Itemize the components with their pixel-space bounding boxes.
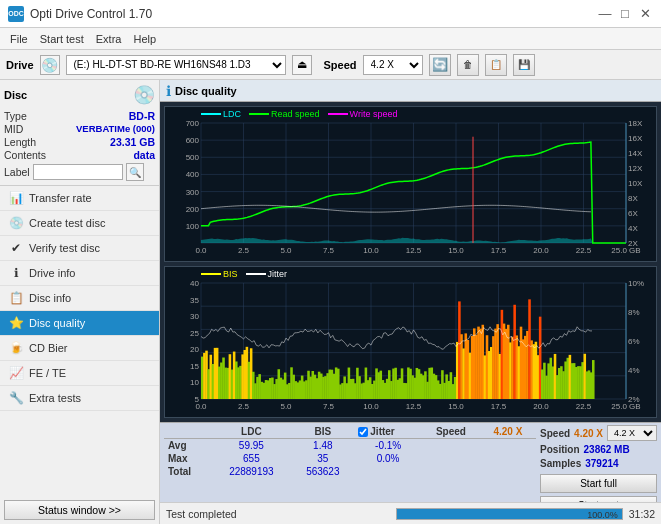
- sidebar-item-extra-tests[interactable]: 🔧 Extra tests: [0, 386, 159, 411]
- disc-length-value: 23.31 GB: [110, 136, 155, 148]
- close-button[interactable]: ✕: [637, 6, 653, 22]
- window-controls: — □ ✕: [597, 6, 653, 22]
- write-speed-color: [328, 113, 348, 115]
- disc-label-btn[interactable]: 🔍: [126, 163, 144, 181]
- drive-label: Drive: [6, 59, 34, 71]
- speed-val: 4.20 X: [574, 428, 603, 439]
- verify-test-disc-label: Verify test disc: [29, 242, 100, 254]
- legend-read-speed: Read speed: [249, 109, 320, 119]
- col-ldc: LDC: [211, 425, 291, 439]
- sidebar: Disc 💿 Type BD-R MID VERBATIMe (000) Len…: [0, 80, 160, 524]
- bottom-status-bar: Test completed 100.0% 31:32: [160, 502, 661, 524]
- speed-key: Speed: [540, 428, 570, 439]
- maximize-button[interactable]: □: [617, 6, 633, 22]
- content-area: ℹ Disc quality LDC Read speed: [160, 80, 661, 524]
- col-speed-val: 4.20 X: [480, 425, 536, 439]
- transfer-rate-icon: 📊: [8, 191, 24, 205]
- sidebar-item-cd-bier[interactable]: 🍺 CD Bier: [0, 336, 159, 361]
- avg-bis: 1.48: [291, 439, 354, 453]
- position-key: Position: [540, 444, 579, 455]
- disc-info-icon: 📋: [8, 291, 24, 305]
- minimize-button[interactable]: —: [597, 6, 613, 22]
- chart-header-icon: ℹ: [166, 83, 171, 99]
- disc-label-input[interactable]: [33, 164, 123, 180]
- chart-title: Disc quality: [175, 85, 237, 97]
- create-test-disc-label: Create test disc: [29, 217, 105, 229]
- eject-button[interactable]: ⏏: [292, 55, 312, 75]
- top-chart-legend: LDC Read speed Write speed: [201, 109, 397, 119]
- cd-bier-label: CD Bier: [29, 342, 68, 354]
- menu-file[interactable]: File: [4, 32, 34, 46]
- speed-select[interactable]: 4.2 X: [363, 55, 423, 75]
- total-label: Total: [164, 465, 211, 478]
- disc-contents-value: data: [133, 149, 155, 161]
- speed-select-right[interactable]: 4.2 X: [607, 425, 657, 441]
- disc-section: Disc 💿 Type BD-R MID VERBATIMe (000) Len…: [0, 80, 159, 186]
- disc-mid-value: VERBATIMe (000): [76, 123, 155, 135]
- write-speed-label: Write speed: [350, 109, 398, 119]
- menu-help[interactable]: Help: [127, 32, 162, 46]
- sidebar-item-verify-test-disc[interactable]: ✔ Verify test disc: [0, 236, 159, 261]
- refresh-button[interactable]: 🔄: [429, 54, 451, 76]
- bis-label: BIS: [223, 269, 238, 279]
- start-full-button[interactable]: Start full: [540, 474, 657, 493]
- save-button[interactable]: 💾: [513, 54, 535, 76]
- sidebar-item-disc-info[interactable]: 📋 Disc info: [0, 286, 159, 311]
- disc-info-label: Disc info: [29, 292, 71, 304]
- avg-label: Avg: [164, 439, 211, 453]
- extra-tests-label: Extra tests: [29, 392, 81, 404]
- sidebar-item-fe-te[interactable]: 📈 FE / TE: [0, 361, 159, 386]
- disc-icon: 💿: [133, 84, 155, 106]
- sidebar-item-create-test-disc[interactable]: 💿 Create test disc: [0, 211, 159, 236]
- copy-button[interactable]: 📋: [485, 54, 507, 76]
- disc-mid-label: MID: [4, 123, 23, 135]
- fe-te-label: FE / TE: [29, 367, 66, 379]
- menu-extra[interactable]: Extra: [90, 32, 128, 46]
- read-speed-color: [249, 113, 269, 115]
- chart-header: ℹ Disc quality: [160, 80, 661, 102]
- jitter-col-label: Jitter: [370, 426, 394, 437]
- drive-icon: 💿: [40, 55, 60, 75]
- disc-quality-icon: ⭐: [8, 316, 24, 330]
- avg-jitter: -0.1%: [354, 439, 422, 453]
- samples-key: Samples: [540, 458, 581, 469]
- status-text: Test completed: [166, 508, 390, 520]
- col-bis: BIS: [291, 425, 354, 439]
- col-jitter-header: Jitter: [354, 425, 422, 439]
- samples-val: 379214: [585, 458, 618, 469]
- jitter-label: Jitter: [268, 269, 288, 279]
- bis-color: [201, 273, 221, 275]
- sidebar-item-transfer-rate[interactable]: 📊 Transfer rate: [0, 186, 159, 211]
- max-ldc: 655: [211, 452, 291, 465]
- total-ldc: 22889193: [211, 465, 291, 478]
- legend-jitter: Jitter: [246, 269, 288, 279]
- erase-button[interactable]: 🗑: [457, 54, 479, 76]
- jitter-color: [246, 273, 266, 275]
- drive-bar: Drive 💿 (E:) HL-DT-ST BD-RE WH16NS48 1.D…: [0, 50, 661, 80]
- speed-row: Speed 4.20 X 4.2 X: [540, 425, 657, 441]
- drive-select[interactable]: (E:) HL-DT-ST BD-RE WH16NS48 1.D3: [66, 55, 286, 75]
- sidebar-item-disc-quality[interactable]: ⭐ Disc quality: [0, 311, 159, 336]
- sidebar-nav: 📊 Transfer rate 💿 Create test disc ✔ Ver…: [0, 186, 159, 496]
- max-label: Max: [164, 452, 211, 465]
- transfer-rate-label: Transfer rate: [29, 192, 92, 204]
- menu-bar: File Start test Extra Help: [0, 28, 661, 50]
- jitter-checkbox[interactable]: [358, 427, 368, 437]
- disc-title: Disc: [4, 89, 27, 101]
- title-bar: ODC Opti Drive Control 1.70 — □ ✕: [0, 0, 661, 28]
- disc-quality-label: Disc quality: [29, 317, 85, 329]
- charts-container: LDC Read speed Write speed: [160, 102, 661, 422]
- legend-bis: BIS: [201, 269, 238, 279]
- col-speed-label: Speed: [422, 425, 480, 439]
- create-test-disc-icon: 💿: [8, 216, 24, 230]
- top-chart-canvas: [165, 107, 656, 261]
- status-window-button[interactable]: Status window >>: [4, 500, 155, 520]
- stats-right: Speed 4.20 X 4.2 X Position 23862 MB Sam…: [540, 425, 657, 500]
- position-row: Position 23862 MB: [540, 444, 657, 455]
- total-bis: 563623: [291, 465, 354, 478]
- avg-ldc: 59.95: [211, 439, 291, 453]
- max-bis: 35: [291, 452, 354, 465]
- menu-starttest[interactable]: Start test: [34, 32, 90, 46]
- progress-bar: 100.0%: [396, 508, 622, 520]
- sidebar-item-drive-info[interactable]: ℹ Drive info: [0, 261, 159, 286]
